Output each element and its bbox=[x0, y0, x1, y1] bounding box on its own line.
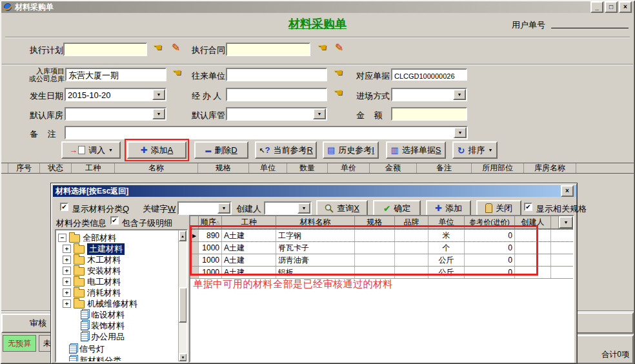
tree-scrollbar[interactable]: ▲ ▼ bbox=[178, 230, 186, 361]
entry-mode-combobox[interactable]: ▼ bbox=[391, 88, 467, 101]
pick-hand-icon[interactable]: ☚ bbox=[334, 88, 343, 98]
table-row[interactable]: 1000 A土建 沥青油膏 公斤 0 bbox=[190, 254, 573, 267]
chevron-down-icon[interactable]: ▼ bbox=[454, 127, 467, 138]
tree-item-temp-facility[interactable]: 临设材料 bbox=[56, 309, 125, 320]
col-remark[interactable]: 备注 bbox=[417, 163, 472, 173]
table-row[interactable]: 1000 A土建 铝板 公斤 0 bbox=[190, 267, 573, 279]
tree-item-signal-light[interactable]: 信号灯 bbox=[56, 343, 105, 354]
scroll-up-icon[interactable]: ▲ bbox=[179, 230, 186, 241]
grid-col-unit[interactable]: 单位 bbox=[428, 216, 465, 228]
grid-col-ref-price[interactable]: 参考价(进价) bbox=[465, 216, 515, 228]
delete-button[interactable]: ▬ 删除D bbox=[194, 141, 248, 159]
grid-col-creator[interactable]: 创建人 bbox=[515, 216, 551, 228]
expand-icon[interactable]: + bbox=[63, 299, 71, 308]
exec-contract-input[interactable] bbox=[226, 43, 310, 56]
pick-hand-icon[interactable]: ☚ bbox=[153, 43, 162, 53]
expand-icon[interactable]: + bbox=[63, 256, 71, 264]
pick-hand-icon[interactable]: ☚ bbox=[334, 68, 343, 78]
grid-col-spec[interactable]: 规格 bbox=[355, 216, 395, 228]
show-category-checkbox[interactable]: ✔ bbox=[60, 203, 68, 211]
exec-plan-input[interactable] bbox=[63, 43, 147, 56]
chevron-down-icon[interactable]: ▼ bbox=[313, 108, 326, 119]
col-unit[interactable]: 单位 bbox=[249, 163, 287, 173]
col-amount[interactable]: 金额 bbox=[370, 163, 417, 173]
chevron-down-icon[interactable]: ▼ bbox=[152, 89, 165, 100]
dialog-close-button[interactable]: × bbox=[561, 185, 574, 197]
show-spec-label: 显示相关规格 bbox=[536, 203, 587, 215]
dialog-add-button[interactable]: ✚ 添加 bbox=[426, 200, 471, 216]
sort-button[interactable]: ↻ 排序 ▼ bbox=[452, 141, 498, 159]
col-name[interactable]: 名称 bbox=[115, 163, 198, 173]
tree-item-installation[interactable]: +安装材料 bbox=[56, 265, 121, 276]
chevron-down-icon[interactable]: ▼ bbox=[453, 89, 466, 100]
select-doc-button[interactable]: ▥ 选择单据S bbox=[386, 141, 446, 159]
expand-icon[interactable]: + bbox=[63, 245, 71, 253]
chevron-down-icon[interactable]: ▼ bbox=[152, 108, 165, 119]
scrollbar-thumb[interactable] bbox=[179, 287, 187, 323]
expand-icon[interactable]: + bbox=[63, 288, 71, 297]
expand-icon[interactable]: + bbox=[63, 267, 71, 275]
window-titlebar[interactable]: 材料采购单 _ □ × bbox=[1, 1, 634, 13]
current-ref-button[interactable]: ↖? 当前参考R bbox=[255, 141, 317, 159]
expand-icon[interactable]: + bbox=[63, 278, 71, 286]
import-button[interactable]: → 调入 ▼ bbox=[61, 141, 121, 159]
close-button[interactable]: × bbox=[619, 1, 632, 13]
col-seq[interactable]: 序号 bbox=[8, 163, 40, 173]
keyword-combobox[interactable]: ▼ bbox=[177, 201, 232, 215]
warehouse-combobox[interactable]: ▼ bbox=[65, 107, 166, 121]
project-input[interactable] bbox=[65, 68, 166, 81]
tree-item-machine-repair[interactable]: +机械维修材料 bbox=[56, 298, 137, 309]
query-button[interactable]: 查询X bbox=[316, 200, 368, 216]
history-ref-button[interactable]: ▤ 历史参考I bbox=[323, 141, 379, 159]
col-trade[interactable]: 工种 bbox=[72, 163, 115, 173]
tree-item-all-materials[interactable]: −全部材料 bbox=[56, 232, 116, 243]
column-picker-dropdown-icon[interactable]: ▼ bbox=[559, 216, 573, 228]
add-button[interactable]: ✚ 添加A bbox=[127, 141, 186, 159]
counterpart-input[interactable] bbox=[226, 68, 327, 81]
tree-item-carpentry[interactable]: +木工材料 bbox=[56, 254, 121, 265]
handler-input[interactable] bbox=[226, 88, 327, 101]
dialog-close-door-button[interactable]: 关闭 bbox=[476, 200, 521, 216]
user-doc-no-line[interactable] bbox=[551, 19, 629, 28]
grid-col-name[interactable]: 材料名称 bbox=[276, 216, 355, 228]
tree-item-office-supplies[interactable]: 办公用品 bbox=[56, 331, 125, 342]
grid-col-brand[interactable]: 品牌 bbox=[395, 216, 428, 228]
ok-button[interactable]: ✔ 确定 bbox=[373, 200, 421, 216]
col-spec[interactable]: 规格 bbox=[198, 163, 249, 173]
collapse-icon[interactable]: − bbox=[58, 234, 66, 242]
col-used-part[interactable]: 所用部位 bbox=[472, 163, 524, 173]
page-icon bbox=[78, 146, 85, 154]
date-combobox[interactable]: 2015-10-20 ▼ bbox=[65, 88, 166, 101]
chevron-down-icon[interactable]: ▼ bbox=[217, 203, 230, 214]
col-qty[interactable]: 数量 bbox=[287, 163, 328, 173]
scroll-down-icon[interactable]: ▼ bbox=[179, 353, 187, 361]
creator-combobox[interactable]: ▼ bbox=[264, 201, 312, 215]
remark-combobox[interactable]: ▼ bbox=[65, 126, 468, 139]
table-row[interactable]: 1000 A土建 脊瓦卡子 个 0 bbox=[190, 242, 573, 254]
col-warehouse-name[interactable]: 库房名称 bbox=[524, 163, 576, 173]
table-row[interactable]: ▶ 890 A土建 工字钢 米 0 bbox=[190, 229, 573, 242]
pick-hand-icon[interactable]: ☚ bbox=[318, 43, 327, 53]
chevron-down-icon[interactable]: ▼ bbox=[297, 203, 310, 214]
dialog-titlebar[interactable]: 材料选择[按Esc返回] × bbox=[53, 185, 576, 197]
minimize-button[interactable]: _ bbox=[590, 1, 603, 13]
keeper-combobox[interactable]: ▼ bbox=[226, 107, 327, 121]
tree-item-new-category[interactable]: 新材料分类 bbox=[56, 355, 121, 363]
maximize-button[interactable]: □ bbox=[605, 1, 618, 13]
total-count: 合计0项 bbox=[579, 349, 629, 360]
col-status[interactable]: 状态 bbox=[40, 163, 72, 173]
grid-col-seq[interactable]: 顺序△ bbox=[199, 216, 222, 228]
amount-input[interactable] bbox=[391, 107, 467, 121]
pick-hand-icon[interactable]: ☚ bbox=[172, 68, 181, 78]
include-children-checkbox[interactable]: ✔ bbox=[110, 216, 119, 225]
tree-item-decoration[interactable]: 装饰材料 bbox=[56, 320, 125, 331]
tree-item-electrical[interactable]: +电工材料 bbox=[56, 276, 121, 287]
erase-pencil-icon[interactable]: ✎ bbox=[335, 43, 343, 53]
ref-doc-input[interactable] bbox=[391, 68, 467, 81]
grid-col-trade[interactable]: 工种 bbox=[222, 216, 276, 228]
show-spec-checkbox[interactable]: ✔ bbox=[524, 203, 532, 211]
col-price[interactable]: 单价 bbox=[328, 163, 370, 173]
erase-pencil-icon[interactable]: ✎ bbox=[172, 43, 180, 53]
tree-item-civil[interactable]: +土建材料 bbox=[56, 243, 125, 254]
tree-item-consumables[interactable]: +消耗材料 bbox=[56, 287, 121, 298]
